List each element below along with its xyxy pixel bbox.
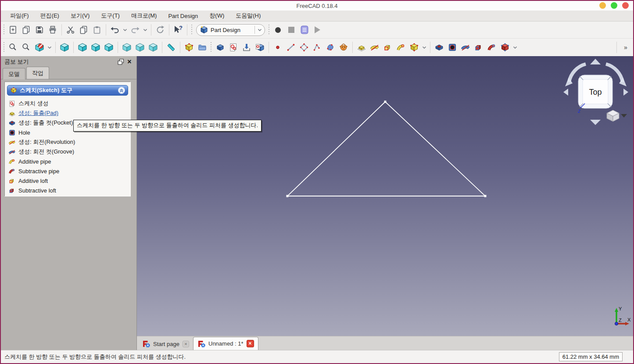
measure-distance-button[interactable] xyxy=(165,41,178,54)
tab-unnamed-document[interactable]: Unnamed : 1* × xyxy=(193,337,258,350)
refresh-button[interactable] xyxy=(154,23,167,36)
rear-view-button[interactable] xyxy=(120,41,133,54)
draw-style-dropdown[interactable] xyxy=(46,41,53,54)
copy-button[interactable] xyxy=(77,23,90,36)
nav-arrow-up[interactable] xyxy=(590,59,601,64)
macro-dialog-button[interactable] xyxy=(298,23,311,36)
macro-record-button[interactable] xyxy=(272,23,285,36)
undo-button[interactable] xyxy=(108,23,122,36)
menu-macro[interactable]: 매크로(M) xyxy=(125,11,163,21)
additive-loft-button[interactable] xyxy=(381,41,394,54)
task-revolution[interactable]: 생성: 회전(Revolution) xyxy=(8,137,128,147)
sketch-vertex[interactable] xyxy=(484,195,487,197)
close-tab-icon[interactable]: × xyxy=(247,340,254,347)
macro-stop-button[interactable] xyxy=(285,23,298,36)
nav-mini-cube-menu[interactable] xyxy=(607,110,627,121)
additive-pipe-button[interactable] xyxy=(394,41,408,54)
menu-file[interactable]: 파일(F) xyxy=(4,11,35,21)
menu-windows[interactable]: 창(W) xyxy=(204,11,230,21)
subtractive-pipe-button[interactable] xyxy=(485,41,498,54)
close-window-button[interactable] xyxy=(622,2,629,9)
toolbar-overflow-button[interactable]: » xyxy=(619,41,632,54)
sketch-vertex[interactable] xyxy=(384,101,387,103)
draw-style-button[interactable] xyxy=(33,41,46,54)
tab-tasks[interactable]: 작업 xyxy=(26,67,49,79)
macro-play-button[interactable] xyxy=(311,23,324,36)
fit-all-button[interactable] xyxy=(58,41,71,54)
additive-primitives-dropdown[interactable] xyxy=(421,41,428,54)
subtractive-loft-button[interactable] xyxy=(472,41,485,54)
whats-this-button[interactable]: ? xyxy=(172,23,185,36)
toolbar-grip[interactable] xyxy=(3,25,5,35)
zoom-out-button[interactable] xyxy=(20,41,33,54)
new-document-button[interactable] xyxy=(7,23,20,36)
toolbar-grip[interactable] xyxy=(210,42,212,53)
task-create-sketch[interactable]: 스케치 생성 xyxy=(8,99,128,108)
bottom-view-button[interactable] xyxy=(133,41,147,54)
workbench-selector[interactable]: Part Design xyxy=(196,24,265,36)
create-line-button[interactable] xyxy=(284,41,297,54)
pad-button[interactable] xyxy=(355,41,368,54)
menu-edit[interactable]: 편집(E) xyxy=(35,11,65,21)
create-body-button[interactable] xyxy=(214,41,227,54)
toolbar-grip[interactable] xyxy=(3,42,5,53)
minimize-button[interactable] xyxy=(599,2,606,9)
open-document-button[interactable] xyxy=(20,23,33,36)
revolution-button[interactable] xyxy=(368,41,381,54)
menu-part-design[interactable]: Part Design xyxy=(162,12,204,20)
toolbar-grip[interactable] xyxy=(191,25,193,35)
create-group-button[interactable] xyxy=(196,41,209,54)
nav-cube-face-label[interactable]: Top xyxy=(589,88,602,96)
viewport-3d[interactable]: Top z Y xyxy=(137,56,633,336)
task-pad[interactable]: 생성: 돌출(Pad) xyxy=(8,108,128,118)
carbon-copy-button[interactable] xyxy=(337,41,350,54)
navigation-cube[interactable]: Top z xyxy=(563,58,630,127)
left-view-button[interactable] xyxy=(147,41,160,54)
nav-arrow-right[interactable] xyxy=(623,89,628,96)
menu-view[interactable]: 보기(V) xyxy=(65,11,95,21)
redo-history-dropdown[interactable] xyxy=(142,23,149,36)
task-additive-pipe[interactable]: Additive pipe xyxy=(8,157,128,166)
create-sketch-button[interactable] xyxy=(227,41,240,54)
create-rectangle-button[interactable] xyxy=(297,41,311,54)
groove-button[interactable] xyxy=(459,41,472,54)
sketch-tools-header[interactable]: 스케치(Sketch) 도구 xyxy=(7,85,128,96)
tab-model[interactable]: 모델 xyxy=(3,68,25,79)
additive-primitives-button[interactable] xyxy=(408,41,421,54)
print-button[interactable] xyxy=(46,23,59,36)
create-part-button[interactable] xyxy=(183,41,196,54)
float-panel-button[interactable] xyxy=(116,58,125,66)
redo-button[interactable] xyxy=(129,23,142,36)
task-groove[interactable]: 생성: 회전 컷(Groove) xyxy=(8,147,128,157)
sketch-vertex[interactable] xyxy=(287,195,289,197)
maximize-button[interactable] xyxy=(611,2,617,9)
menu-tools[interactable]: 도구(T) xyxy=(95,11,125,21)
create-polyline-button[interactable] xyxy=(311,41,324,54)
paste-button[interactable] xyxy=(90,23,104,36)
map-sketch-to-face-button[interactable] xyxy=(253,41,266,54)
nav-arrow-left[interactable] xyxy=(563,89,568,96)
toolbar-grip[interactable] xyxy=(268,25,270,35)
create-bspline-button[interactable] xyxy=(324,41,337,54)
collapse-chevron-icon[interactable] xyxy=(118,87,125,94)
task-subtractive-loft[interactable]: Subtractive loft xyxy=(8,186,128,195)
subtractive-primitives-button[interactable] xyxy=(498,41,512,54)
zoom-in-button[interactable] xyxy=(7,41,20,54)
front-view-button[interactable] xyxy=(76,41,89,54)
close-panel-button[interactable]: × xyxy=(125,58,134,66)
close-tab-icon[interactable]: × xyxy=(183,341,189,347)
hole-button[interactable] xyxy=(446,41,459,54)
save-button[interactable] xyxy=(33,23,46,36)
edit-sketch-button[interactable] xyxy=(240,41,253,54)
create-point-button[interactable] xyxy=(271,41,284,54)
undo-history-dropdown[interactable] xyxy=(122,23,129,36)
menu-help[interactable]: 도움말(H) xyxy=(230,11,266,21)
sketch-triangle[interactable] xyxy=(137,56,633,336)
task-subtractive-pipe[interactable]: Subtractive pipe xyxy=(8,166,128,176)
nav-arrow-down[interactable] xyxy=(590,120,601,125)
pocket-button[interactable] xyxy=(433,41,446,54)
cut-button[interactable] xyxy=(64,23,77,36)
task-additive-loft[interactable]: Additive loft xyxy=(8,176,128,186)
tab-start-page[interactable]: Start page × xyxy=(138,338,193,350)
right-view-button[interactable] xyxy=(102,41,115,54)
